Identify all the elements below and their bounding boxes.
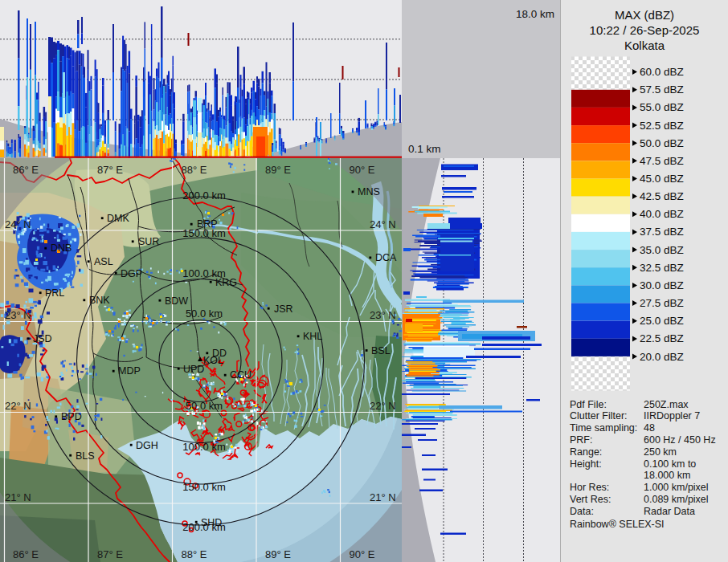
svg-text:21° N: 21° N xyxy=(370,491,396,503)
svg-text:90° E: 90° E xyxy=(350,548,375,560)
svg-text:Vert Res:: Vert Res: xyxy=(570,494,611,505)
svg-text:50.0 dBZ: 50.0 dBZ xyxy=(640,137,684,149)
svg-text:BSL: BSL xyxy=(371,345,391,356)
svg-text:87° E: 87° E xyxy=(97,164,123,176)
svg-text:57.5 dBZ: 57.5 dBZ xyxy=(640,83,684,96)
svg-text:250Z.max: 250Z.max xyxy=(644,399,689,410)
svg-text:DCA: DCA xyxy=(375,252,397,263)
svg-text:86° E: 86° E xyxy=(13,164,39,176)
svg-text:Hor Res:: Hor Res: xyxy=(570,482,609,493)
svg-text:BNK: BNK xyxy=(89,295,110,306)
svg-text:CCU: CCU xyxy=(230,369,252,381)
svg-text:89° E: 89° E xyxy=(265,548,291,560)
svg-text:20.0 dBZ: 20.0 dBZ xyxy=(640,351,684,363)
svg-text:10:22 / 26-Sep-2025: 10:22 / 26-Sep-2025 xyxy=(590,23,700,37)
svg-text:BPD: BPD xyxy=(61,411,82,422)
svg-text:88° E: 88° E xyxy=(182,164,207,176)
svg-text:Time sampling:: Time sampling: xyxy=(570,422,637,434)
svg-text:PRL: PRL xyxy=(45,287,64,299)
svg-text:86° E: 86° E xyxy=(13,548,39,560)
svg-text:88° E: 88° E xyxy=(182,548,207,560)
svg-text:24° N: 24° N xyxy=(370,218,396,230)
svg-text:KHL: KHL xyxy=(303,331,322,342)
svg-text:150.0 km: 150.0 km xyxy=(182,227,225,239)
svg-text:48: 48 xyxy=(644,422,655,434)
svg-text:IIRDoppler 7: IIRDoppler 7 xyxy=(644,410,700,422)
svg-text:52.5 dBZ: 52.5 dBZ xyxy=(640,120,684,132)
svg-text:0.089 km/pixel: 0.089 km/pixel xyxy=(644,494,709,505)
svg-text:ASL: ASL xyxy=(94,256,113,267)
svg-text:42.5 dBZ: 42.5 dBZ xyxy=(640,190,684,202)
svg-text:UPD: UPD xyxy=(183,364,204,375)
svg-text:30.0 dBZ: 30.0 dBZ xyxy=(640,279,684,291)
svg-text:DGP: DGP xyxy=(121,268,142,279)
svg-text:87° E: 87° E xyxy=(97,548,123,560)
svg-text:Clutter Filter:: Clutter Filter: xyxy=(570,410,628,422)
svg-text:BDW: BDW xyxy=(165,295,188,307)
svg-text:60.0 dBZ: 60.0 dBZ xyxy=(640,66,684,78)
svg-text:0.1 km: 0.1 km xyxy=(408,143,441,155)
svg-text:Height:: Height: xyxy=(570,458,602,470)
svg-text:MAX (dBZ): MAX (dBZ) xyxy=(615,8,674,22)
svg-text:27.5 dBZ: 27.5 dBZ xyxy=(640,297,684,309)
svg-text:JSR: JSR xyxy=(274,303,293,315)
svg-text:23° N: 23° N xyxy=(5,309,31,321)
svg-text:BLS: BLS xyxy=(76,450,95,462)
svg-text:35.0 dBZ: 35.0 dBZ xyxy=(640,244,684,256)
svg-text:1.000 km/pixel: 1.000 km/pixel xyxy=(644,482,709,493)
svg-text:18.0 km: 18.0 km xyxy=(516,8,554,20)
svg-text:90° E: 90° E xyxy=(350,164,375,176)
svg-text:DGH: DGH xyxy=(136,440,158,451)
svg-text:Kolkata: Kolkata xyxy=(624,39,665,52)
svg-text:22° N: 22° N xyxy=(370,400,396,412)
svg-text:50.0 km: 50.0 km xyxy=(186,307,223,320)
svg-text:Range:: Range: xyxy=(570,446,602,458)
svg-text:50.0 km: 50.0 km xyxy=(186,400,223,412)
svg-text:200.0 km: 200.0 km xyxy=(182,189,225,202)
svg-text:SUR: SUR xyxy=(138,236,159,247)
svg-text:200.0 km: 200.0 km xyxy=(182,521,225,533)
svg-text:PRF:: PRF: xyxy=(570,434,592,446)
svg-text:0.100 km to: 0.100 km to xyxy=(644,458,696,470)
svg-text:25.0 dBZ: 25.0 dBZ xyxy=(640,315,684,327)
svg-text:600 Hz / 450 Hz: 600 Hz / 450 Hz xyxy=(644,434,716,446)
svg-text:24° N: 24° N xyxy=(5,218,31,230)
svg-text:55.0 dBZ: 55.0 dBZ xyxy=(640,101,684,113)
svg-text:40.0 dBZ: 40.0 dBZ xyxy=(640,208,684,220)
svg-text:Rainbow® SELEX-SI: Rainbow® SELEX-SI xyxy=(570,519,665,530)
svg-text:100.0 km: 100.0 km xyxy=(182,441,225,453)
svg-text:250 km: 250 km xyxy=(644,446,677,458)
svg-text:Radar Data: Radar Data xyxy=(644,506,695,517)
svg-text:MDP: MDP xyxy=(118,365,141,377)
svg-text:DMK: DMK xyxy=(107,213,129,224)
svg-text:Pdf File:: Pdf File: xyxy=(570,399,607,410)
svg-text:DNB: DNB xyxy=(51,242,72,254)
svg-text:21° N: 21° N xyxy=(5,491,31,503)
svg-text:18.000 km: 18.000 km xyxy=(644,470,690,481)
svg-text:89° E: 89° E xyxy=(265,164,291,176)
svg-text:MNS: MNS xyxy=(358,186,380,198)
svg-text:32.5 dBZ: 32.5 dBZ xyxy=(640,262,684,274)
svg-text:45.0 dBZ: 45.0 dBZ xyxy=(640,173,684,185)
svg-text:JSD: JSD xyxy=(33,333,52,344)
svg-text:Data:: Data: xyxy=(570,506,594,517)
svg-text:22.5 dBZ: 22.5 dBZ xyxy=(640,332,684,344)
svg-text:KOL: KOL xyxy=(203,355,223,366)
svg-text:47.5 dBZ: 47.5 dBZ xyxy=(640,155,684,167)
svg-text:23° N: 23° N xyxy=(370,309,396,321)
svg-text:150.0 km: 150.0 km xyxy=(182,481,225,493)
svg-text:37.5 dBZ: 37.5 dBZ xyxy=(640,226,684,238)
svg-text:100.0 km: 100.0 km xyxy=(182,267,225,279)
svg-text:22° N: 22° N xyxy=(5,400,31,412)
